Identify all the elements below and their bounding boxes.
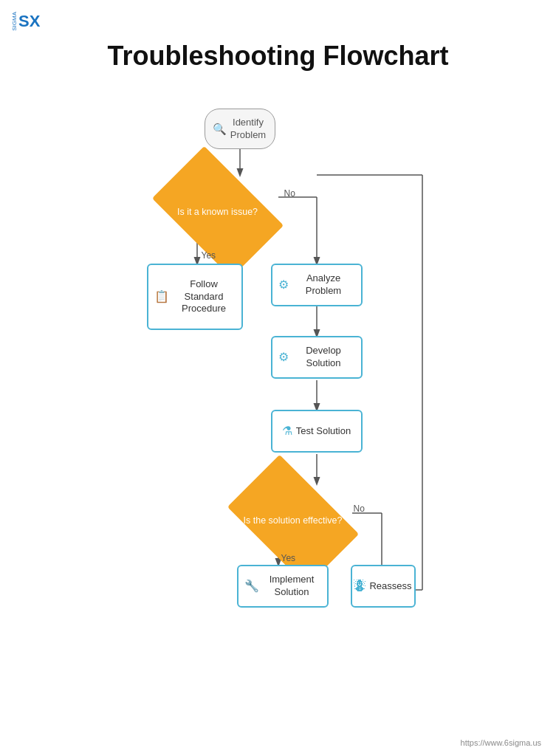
test-solution-node: ⚗ Test Solution — [271, 410, 363, 453]
logo: SIGMA S X — [12, 12, 40, 31]
analyze-problem-node: ⚙ Analyze Problem — [271, 264, 363, 306]
yes-label-1: Yes — [202, 250, 216, 261]
develop-solution-label: Develop Solution — [292, 345, 355, 370]
follow-procedure-node: 📋 Follow Standard Procedure — [147, 264, 243, 330]
test-solution-label: Test Solution — [296, 425, 351, 438]
known-issue-diamond: Is it a known issue? — [162, 175, 274, 249]
clipboard-icon: 📋 — [154, 289, 169, 305]
settings-icon: ⚙ — [278, 350, 289, 365]
solution-effective-diamond: Is the solution effective? — [237, 484, 349, 557]
footer-url: https://www.6sigma.us — [461, 738, 541, 747]
reassess-node: ⛇ Reassess — [351, 565, 416, 608]
develop-solution-node: ⚙ Develop Solution — [271, 336, 363, 379]
wrench-icon: 🔧 — [244, 579, 259, 594]
gear-analyze-icon: ⚙ — [278, 278, 289, 293]
follow-procedure-label: Follow Standard Procedure — [173, 278, 236, 316]
logo-s-text: S — [18, 12, 30, 31]
analyze-problem-label: Analyze Problem — [292, 272, 355, 298]
logo-x-text: X — [30, 12, 41, 31]
reassess-label: Reassess — [369, 580, 411, 593]
flowchart-container: 🔍 Identify Problem Is it a known issue? … — [131, 101, 426, 707]
no-label-2: No — [354, 504, 365, 514]
yes-label-2: Yes — [281, 553, 296, 563]
implement-solution-label: Implement Solution — [263, 574, 321, 599]
funnel-icon: ⛇ — [354, 579, 365, 594]
page-title: Troubleshooting Flowchart — [0, 0, 556, 72]
identify-problem-label: Identify Problem — [230, 117, 267, 142]
flask-icon: ⚗ — [282, 424, 292, 439]
logo-sigma-text: SIGMA — [12, 12, 18, 31]
no-label-1: No — [284, 188, 295, 199]
search-icon: 🔍 — [213, 122, 227, 137]
identify-problem-node: 🔍 Identify Problem — [205, 109, 275, 149]
implement-solution-node: 🔧 Implement Solution — [237, 565, 329, 608]
